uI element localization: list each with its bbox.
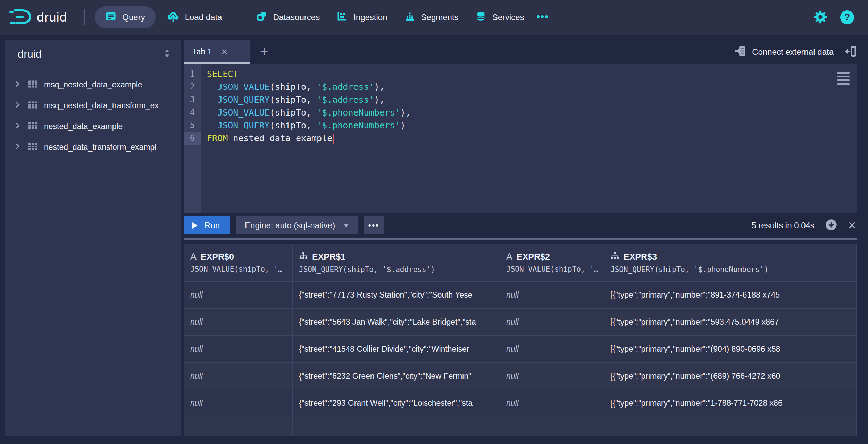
schema-selector[interactable]: druid xyxy=(5,48,181,60)
run-bar: Run Engine: auto (sql-native) ••• 5 resu… xyxy=(184,213,857,238)
chevron-right-icon xyxy=(14,143,21,151)
nav-item-services[interactable]: Services xyxy=(474,6,526,28)
chevron-down-icon xyxy=(343,224,349,227)
tree-item-nested-data-transform[interactable]: nested_data_transform_exampl xyxy=(5,137,181,157)
result-row-1: null {"street":"77173 Rusty Station","ci… xyxy=(184,282,857,309)
result-cell[interactable]: [{"type":"primary","number":"(904) 890-0… xyxy=(604,336,812,363)
line-number: 4 xyxy=(184,106,201,119)
sql-code-area[interactable]: SELECT JSON_VALUE(shipTo, '$.address'), … xyxy=(201,64,857,213)
druid-logo[interactable]: druid xyxy=(9,7,67,27)
collapse-panel-button[interactable] xyxy=(844,45,857,59)
result-cell[interactable]: [{"type":"primary","number":"891-374-618… xyxy=(604,282,812,309)
query-more-button[interactable]: ••• xyxy=(364,216,384,234)
sql-line-6: FROM nested_data_example xyxy=(207,132,857,145)
chevron-right-icon xyxy=(14,101,21,110)
result-cell[interactable]: {"street":"6232 Green Glens","city":"New… xyxy=(293,363,500,390)
nav-item-label: Segments xyxy=(421,12,459,22)
table-icon xyxy=(27,142,38,152)
result-row-5: null {"street":"293 Grant Well","city":"… xyxy=(184,390,857,417)
empty-cell xyxy=(500,417,604,436)
result-cell[interactable]: [{"type":"primary","number":"593.475.044… xyxy=(604,309,812,336)
editor-menu-button[interactable] xyxy=(837,72,850,85)
datasources-icon xyxy=(256,11,267,24)
result-cell[interactable]: {"street":"293 Grant Well","city":"Loisc… xyxy=(293,390,500,417)
nav-item-datasources[interactable]: Datasources xyxy=(254,6,321,28)
result-cell[interactable]: {"street":"41548 Collier Divide","city":… xyxy=(293,336,500,363)
help-icon: ? xyxy=(840,10,854,24)
tab-1[interactable]: Tab 1 ✕ xyxy=(184,40,250,64)
string-type-icon: A xyxy=(190,251,197,262)
tree-item-label: nested_data_example xyxy=(44,122,123,131)
sql-line-3: JSON_QUERY(shipTo, '$.address'), xyxy=(207,93,857,106)
column-expression: JSON_VALUE(shipTo, '… xyxy=(506,265,599,273)
tab-close-icon[interactable]: ✕ xyxy=(221,47,228,57)
line-number: 2 xyxy=(184,80,201,93)
tree-item-msq-nested-data-example[interactable]: msq_nested_data_example xyxy=(5,74,181,95)
connect-external-data-label: Connect external data xyxy=(752,47,834,57)
result-row-3: null {"street":"41548 Collier Divide","c… xyxy=(184,336,857,363)
help-button[interactable]: ? xyxy=(840,10,854,24)
nav-item-label: Query xyxy=(122,12,145,22)
query-icon xyxy=(105,11,116,24)
add-tab-button[interactable]: + xyxy=(260,44,268,60)
panel-resize-splitter[interactable] xyxy=(184,238,857,240)
result-cell[interactable]: null xyxy=(184,363,293,390)
tree-item-msq-nested-data-transform[interactable]: msq_nested_data_transform_ex xyxy=(5,95,181,116)
result-row-4: null {"street":"6232 Green Glens","city"… xyxy=(184,363,857,390)
sql-line-1: SELECT xyxy=(207,68,857,80)
result-cell[interactable]: null xyxy=(500,336,604,363)
column-header-expr0[interactable]: A EXPR$0 JSON_VALUE(shipTo, '… xyxy=(184,244,293,282)
line-number: 3 xyxy=(184,93,201,106)
engine-select-button[interactable]: Engine: auto (sql-native) xyxy=(236,216,358,234)
table-icon xyxy=(27,121,38,131)
result-cell[interactable]: null xyxy=(500,363,604,390)
result-cell[interactable]: null xyxy=(500,309,604,336)
line-number: 5 xyxy=(184,119,201,132)
column-header-filler xyxy=(812,244,857,282)
nav-item-load-data[interactable]: Load data xyxy=(165,6,224,28)
tree-item-label: nested_data_transform_exampl xyxy=(44,143,156,152)
result-cell[interactable]: {"street":"5643 Jan Walk","city":"Lake B… xyxy=(293,309,500,336)
nav-item-ingestion[interactable]: Ingestion xyxy=(335,6,389,28)
schema-title: druid xyxy=(18,48,42,60)
nav-item-segments[interactable]: Segments xyxy=(403,6,460,28)
sort-icon[interactable] xyxy=(162,49,172,60)
more-dots-icon xyxy=(536,12,549,22)
cloud-upload-icon xyxy=(167,10,179,25)
column-header-expr1[interactable]: EXPR$1 JSON_QUERY(shipTo, '$.address') xyxy=(293,244,500,282)
empty-cell xyxy=(184,417,293,436)
table-icon xyxy=(27,101,38,111)
nav-item-label: Datasources xyxy=(273,12,320,22)
result-cell-filler xyxy=(812,336,857,363)
settings-gear-button[interactable] xyxy=(813,10,828,25)
column-name: EXPR$1 xyxy=(312,252,345,262)
string-type-icon: A xyxy=(506,251,512,262)
download-icon xyxy=(824,217,839,233)
column-header-expr3[interactable]: EXPR$3 JSON_QUERY(shipTo, '$.phoneNumber… xyxy=(604,244,812,282)
download-results-button[interactable] xyxy=(824,217,839,233)
result-cell[interactable]: null xyxy=(184,336,293,363)
result-cell[interactable]: [{"type":"primary","number":"1-788-771-7… xyxy=(604,390,812,417)
connect-external-data-button[interactable]: Connect external data xyxy=(734,45,834,59)
result-cell[interactable]: {"street":"77173 Rusty Station","city":"… xyxy=(293,282,500,309)
line-number-gutter: 1 2 3 4 5 6 xyxy=(184,64,201,213)
result-cell[interactable]: null xyxy=(500,282,604,309)
result-cell[interactable]: null xyxy=(184,390,293,417)
tree-item-nested-data-example[interactable]: nested_data_example xyxy=(5,116,181,137)
nav-item-query[interactable]: Query xyxy=(95,6,155,28)
diagram-tree-type-icon xyxy=(610,251,619,263)
run-button[interactable]: Run xyxy=(184,216,230,234)
result-cell[interactable]: [{"type":"primary","number":"(689) 766-4… xyxy=(604,363,812,390)
column-header-expr2[interactable]: A EXPR$2 JSON_VALUE(shipTo, '… xyxy=(500,244,604,282)
sql-editor[interactable]: 1 2 3 4 5 6 SELECT JSON_VALUE(shipTo, '$… xyxy=(184,64,857,213)
nav-more-button[interactable] xyxy=(535,6,550,28)
column-name: EXPR$2 xyxy=(517,252,550,262)
column-name: EXPR$3 xyxy=(624,252,657,262)
result-cell[interactable]: null xyxy=(500,390,604,417)
nav-item-label: Services xyxy=(492,12,524,22)
result-cell[interactable]: null xyxy=(184,282,293,309)
druid-logo-icon xyxy=(9,7,32,27)
play-icon xyxy=(192,222,198,229)
close-results-button[interactable]: ✕ xyxy=(848,219,857,231)
result-cell[interactable]: null xyxy=(184,309,293,336)
